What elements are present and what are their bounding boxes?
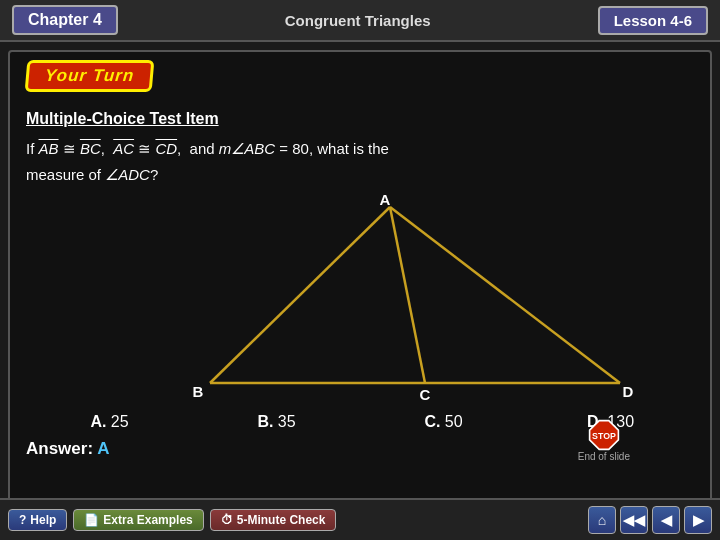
lesson-badge: Lesson 4-6 xyxy=(598,6,708,35)
answer-choice-c: C. 50 xyxy=(384,413,504,431)
examples-icon: 📄 xyxy=(84,513,99,527)
extra-examples-button[interactable]: 📄 Extra Examples xyxy=(73,509,203,531)
svg-text:B: B xyxy=(193,383,204,400)
bottom-bar: ? Help 📄 Extra Examples ⏱ 5-Minute Check… xyxy=(0,498,720,540)
check-label: 5-Minute Check xyxy=(237,513,326,527)
nav-back-button[interactable]: ◀◀ xyxy=(620,506,648,534)
svg-line-3 xyxy=(390,207,425,383)
svg-text:D: D xyxy=(623,383,634,400)
answer-choice-b: B. 35 xyxy=(217,413,337,431)
help-label: Help xyxy=(30,513,56,527)
problem-text: If AB ≅ BC, AC ≅ CD, and m∠ABC = 80, wha… xyxy=(26,136,694,187)
stop-sign-area: STOP End of slide xyxy=(578,419,630,462)
nav-prev-button[interactable]: ◀ xyxy=(652,506,680,534)
svg-line-2 xyxy=(390,207,620,383)
diagram-area: A B C D xyxy=(26,195,694,405)
five-minute-check-button[interactable]: ⏱ 5-Minute Check xyxy=(210,509,337,531)
svg-text:A: A xyxy=(380,195,391,208)
triangle-diagram: A B C D xyxy=(80,195,640,405)
answer-choice-a: A. 25 xyxy=(50,413,170,431)
chapter-badge: Chapter 4 xyxy=(12,5,118,35)
end-of-slide-label: End of slide xyxy=(578,451,630,462)
examples-label: Extra Examples xyxy=(103,513,192,527)
svg-line-0 xyxy=(210,207,390,383)
navigation-buttons: ⌂ ◀◀ ◀ ▶ xyxy=(588,506,712,534)
answer-label: Answer: xyxy=(26,439,93,458)
chapter-title: Congruent Triangles xyxy=(118,12,598,29)
bottom-left-buttons: ? Help 📄 Extra Examples ⏱ 5-Minute Check xyxy=(8,509,336,531)
stop-sign-icon: STOP xyxy=(588,419,620,451)
svg-text:STOP: STOP xyxy=(592,431,616,441)
question-icon: ? xyxy=(19,513,26,527)
help-button[interactable]: ? Help xyxy=(8,509,67,531)
section-title: Multiple-Choice Test Item xyxy=(26,110,694,128)
main-content: Your Turn Multiple-Choice Test Item If A… xyxy=(8,50,712,510)
nav-next-button[interactable]: ▶ xyxy=(684,506,712,534)
top-bar: Chapter 4 Congruent Triangles Lesson 4-6 xyxy=(0,0,720,42)
your-turn-badge: Your Turn xyxy=(25,60,155,92)
answer-value: A xyxy=(97,439,109,458)
nav-home-button[interactable]: ⌂ xyxy=(588,506,616,534)
check-icon: ⏱ xyxy=(221,513,233,527)
svg-text:C: C xyxy=(420,386,431,403)
